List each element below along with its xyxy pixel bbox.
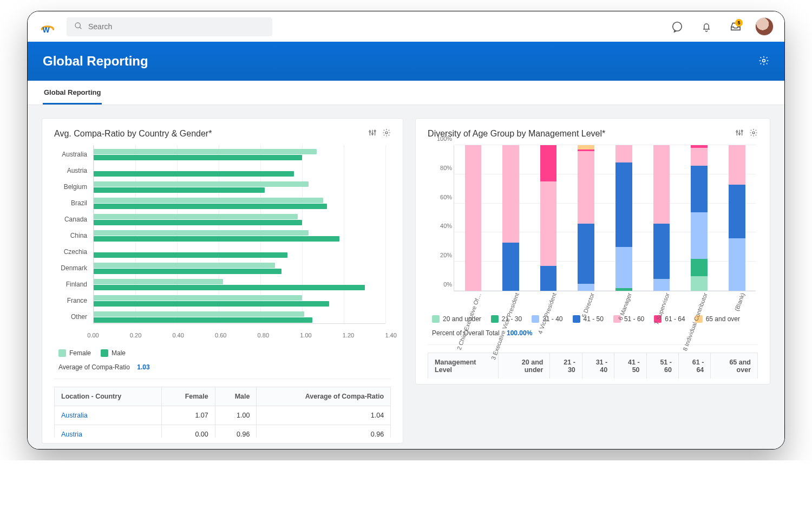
y-tick: 100%: [430, 135, 452, 142]
bar-male[interactable]: [94, 252, 287, 258]
bar-male[interactable]: [94, 187, 265, 193]
bar-segment[interactable]: [729, 185, 745, 239]
bar-segment[interactable]: [502, 243, 519, 291]
bar-female[interactable]: [94, 295, 302, 301]
bar-segment[interactable]: [615, 247, 632, 288]
stacked-bar[interactable]: 6 Manager: [615, 145, 632, 291]
bar-male[interactable]: [94, 301, 329, 307]
bar-segment[interactable]: [691, 276, 708, 291]
stacked-bar[interactable]: 7 Supervisor: [653, 145, 670, 291]
page-settings-icon[interactable]: [758, 55, 769, 68]
bar-female[interactable]: [94, 230, 309, 236]
tab-global-reporting[interactable]: Global Reporting: [43, 81, 102, 105]
stacked-bar[interactable]: 2 Chief Executive Of…: [465, 145, 482, 291]
bar-segment[interactable]: [653, 145, 670, 224]
bar-female[interactable]: [94, 311, 304, 317]
chart-row: Finland: [94, 277, 385, 291]
x-tick: 0.40: [172, 332, 184, 338]
bar-segment[interactable]: [465, 145, 482, 291]
gear-icon[interactable]: [749, 128, 758, 139]
compa-ratio-chart: AustraliaAustriaBelgiumBrazilCanadaChina…: [54, 145, 391, 332]
stacked-bar[interactable]: 4 Vice President: [540, 145, 557, 291]
bar-segment[interactable]: [653, 279, 670, 291]
chart-row: Canada: [94, 212, 385, 226]
bar-female[interactable]: [94, 214, 298, 219]
bar-segment[interactable]: [691, 212, 708, 259]
bar-segment[interactable]: [729, 145, 745, 185]
x-tick: 1.20: [343, 332, 354, 338]
inbox-icon[interactable]: 5: [726, 17, 745, 36]
category-label: China: [51, 229, 90, 243]
svg-point-15: [736, 131, 738, 133]
configure-chart-icon[interactable]: [368, 128, 377, 139]
search-input[interactable]: [88, 22, 265, 31]
bar-male[interactable]: [94, 204, 327, 209]
bar-segment[interactable]: [578, 151, 594, 224]
bar-segment[interactable]: [578, 224, 594, 283]
configure-chart-icon[interactable]: [735, 128, 744, 139]
svg-point-4: [763, 59, 765, 62]
category-label: Brazil: [51, 196, 90, 210]
card-title: Diversity of Age Group by Management Lev…: [428, 129, 605, 139]
category-label: Finland: [51, 277, 90, 291]
bar-segment[interactable]: [540, 266, 557, 291]
x-tick: 1.00: [300, 332, 311, 338]
bar-female[interactable]: [94, 279, 223, 284]
bar-female[interactable]: [94, 263, 275, 268]
table-header: 61 - 64: [678, 353, 710, 379]
bar-female[interactable]: [94, 198, 323, 203]
bar-female[interactable]: [94, 149, 317, 154]
bar-male[interactable]: [94, 269, 281, 274]
bar-segment[interactable]: [540, 181, 557, 266]
y-tick: 60%: [430, 194, 452, 200]
chart-row: Denmark: [94, 261, 385, 275]
bar-segment[interactable]: [502, 145, 519, 243]
country-link[interactable]: Australia: [61, 412, 88, 419]
bar-male[interactable]: [94, 285, 365, 290]
bar-segment[interactable]: [691, 145, 708, 148]
bar-segment[interactable]: [578, 284, 594, 291]
bar-segment[interactable]: [691, 166, 708, 212]
search-box[interactable]: [67, 17, 272, 36]
country-link[interactable]: Austria: [61, 431, 82, 438]
stacked-bar[interactable]: (Blank): [729, 145, 745, 291]
notifications-icon[interactable]: [697, 17, 716, 36]
bar-segment[interactable]: [729, 238, 745, 291]
bar-male[interactable]: [94, 317, 312, 323]
chat-icon[interactable]: [667, 17, 687, 36]
x-tick: 0.20: [130, 332, 141, 338]
legend-male: Male: [112, 349, 126, 357]
bar-segment[interactable]: [540, 145, 557, 181]
bar-segment[interactable]: [615, 145, 632, 162]
svg-point-18: [752, 132, 755, 134]
avatar[interactable]: [755, 17, 774, 36]
stacked-bar[interactable]: 5 Director: [578, 145, 594, 291]
stacked-bar[interactable]: 8 Individual Contributor: [691, 145, 708, 291]
chart-row: Brazil: [94, 196, 385, 210]
compa-ratio-table: Location - CountryFemaleMaleAverage of C…: [54, 387, 391, 438]
cell-avg: 0.96: [257, 425, 391, 438]
chart-row: Australia: [94, 147, 385, 161]
table-header: 65 and over: [711, 353, 758, 379]
bar-female[interactable]: [94, 181, 309, 187]
bar-segment[interactable]: [578, 149, 594, 151]
y-tick: 20%: [430, 252, 452, 258]
compa-ratio-summary: Average of Compa-Ratio 1.03: [54, 361, 391, 379]
gear-icon[interactable]: [382, 128, 391, 139]
stacked-bar[interactable]: 3 Executive Vice President: [502, 145, 519, 291]
x-tick: 0.60: [215, 332, 226, 338]
bar-segment[interactable]: [615, 162, 632, 247]
y-tick: 80%: [430, 165, 452, 171]
bar-male[interactable]: [94, 171, 294, 177]
bar-male[interactable]: [94, 155, 302, 160]
workday-logo-icon[interactable]: W: [38, 17, 57, 36]
bar-male[interactable]: [94, 220, 302, 225]
bar-segment[interactable]: [653, 224, 670, 279]
cell-female: 0.00: [161, 425, 215, 438]
table-header: Location - Country: [55, 387, 162, 406]
bar-segment[interactable]: [578, 145, 594, 149]
bar-male[interactable]: [94, 236, 339, 242]
bar-segment[interactable]: [691, 148, 708, 165]
bar-segment[interactable]: [691, 259, 708, 276]
table-header: Average of Compa-Ratio: [257, 387, 391, 406]
